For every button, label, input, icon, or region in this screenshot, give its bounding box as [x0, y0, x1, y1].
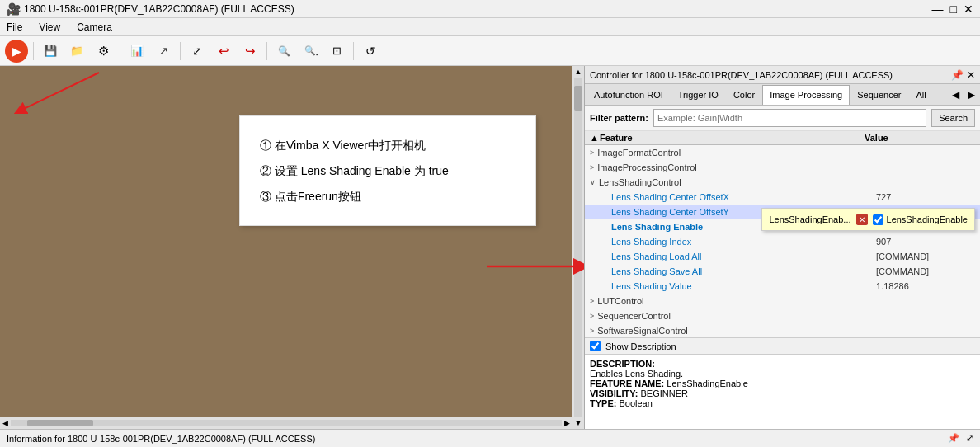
app-icon: 🎥 — [7, 2, 21, 16]
fullscreen-button[interactable]: ⤢ — [186, 40, 209, 63]
config-button[interactable]: ⚙ — [92, 40, 115, 63]
tab-sequencer[interactable]: Sequencer — [850, 85, 908, 105]
tooltip-popup: LensShadingEnab... ✕ LensShadingEnable — [761, 208, 975, 231]
tree-chevron-icon[interactable]: > — [590, 163, 594, 172]
toolbar-separator-3 — [180, 42, 181, 60]
status-bar: Information for 1800 U-158c-001PR(DEV_1A… — [0, 429, 980, 447]
annotation-box: ① 在Vimba X Viewer中打开相机 ② 设置 Lens Shading… — [239, 115, 536, 226]
header-value: Value — [865, 133, 964, 143]
expand-all-icon[interactable]: ▲ — [590, 133, 600, 143]
filter-row: Filter pattern: Search — [585, 106, 980, 131]
desc-feature-name: FEATURE NAME: LensShadingEnable — [590, 379, 975, 388]
tree-chevron-icon[interactable]: > — [590, 297, 594, 305]
tree-item-label: LUTControl — [597, 296, 876, 306]
scroll-placeholder — [964, 133, 975, 143]
header-feature: Feature — [600, 133, 865, 143]
export-button[interactable]: ↗ — [152, 40, 175, 63]
right-panel: Controller for 1800 U-158c-001PR(DEV_1AB… — [584, 66, 980, 429]
tree-chevron-icon[interactable]: > — [590, 312, 594, 320]
zoom-in-button[interactable]: 🔍 — [272, 40, 295, 63]
tree-item-value: 1.18286 — [876, 281, 975, 291]
tree-item-label: Lens Shading Index — [611, 237, 876, 247]
scroll-track-h[interactable] — [11, 420, 562, 426]
tab-nav-left[interactable]: ◀ — [949, 89, 963, 101]
chart-button[interactable]: 📊 — [125, 40, 148, 63]
tree-item-label: SoftwareSignalControl — [597, 326, 876, 336]
tree-item[interactable]: >LUTControl — [585, 294, 980, 308]
scroll-thumb-v[interactable] — [574, 86, 582, 111]
maximize-btn[interactable]: □ — [950, 2, 957, 16]
status-pin-icon[interactable]: 📌 — [948, 433, 959, 444]
feature-table[interactable]: >ImageFormatControl>ImageProcessingContr… — [585, 145, 980, 337]
panel-controls: 📌 ✕ — [951, 69, 975, 81]
tree-chevron-icon[interactable]: ∨ — [590, 178, 596, 186]
tree-item-label: Lens Shading Center OffsetX — [611, 192, 876, 202]
tab-all[interactable]: All — [908, 85, 933, 105]
tree-item[interactable]: >ImageProcessingControl — [585, 160, 980, 175]
scroll-right-btn[interactable]: ▶ — [562, 419, 572, 427]
refresh-button[interactable]: ↺ — [359, 40, 382, 63]
tree-item-label: ImageProcessingControl — [597, 162, 876, 172]
tab-color[interactable]: Color — [726, 85, 762, 105]
tab-autofunction-roi[interactable]: Autofunction ROI — [587, 85, 671, 105]
lens-shading-checkbox[interactable] — [873, 214, 883, 225]
tree-item[interactable]: Lens Shading Index907 — [585, 234, 980, 249]
arrow-1-svg — [0, 66, 132, 132]
play-button[interactable]: ▶ — [5, 40, 28, 63]
panel-title-bar: Controller for 1800 U-158c-001PR(DEV_1AB… — [585, 66, 980, 84]
tab-nav-right[interactable]: ▶ — [964, 89, 978, 101]
search-button[interactable]: Search — [931, 109, 975, 127]
tree-item[interactable]: Lens Shading Save All[COMMAND] — [585, 264, 980, 279]
tree-chevron-icon[interactable]: > — [590, 148, 594, 157]
close-btn[interactable]: ✕ — [964, 2, 973, 16]
tree-item[interactable]: ∨LensShadingControl — [585, 175, 980, 190]
tree-item[interactable]: Lens Shading Load All[COMMAND] — [585, 249, 980, 264]
tooltip-close-btn[interactable]: ✕ — [856, 214, 868, 225]
show-desc-checkbox[interactable] — [590, 341, 601, 351]
scroll-up-btn[interactable]: ▲ — [573, 66, 584, 78]
tree-chevron-icon[interactable]: > — [590, 327, 594, 335]
tree-item[interactable]: >ImageFormatControl — [585, 145, 980, 160]
menu-bar: File View Camera — [0, 18, 980, 36]
status-bar-controls: 📌 ⤢ — [948, 433, 973, 444]
zoom-out-button[interactable]: 🔍- — [299, 40, 322, 63]
arrow-2-svg — [487, 246, 584, 287]
table-header: ▲ Feature Value — [585, 131, 980, 145]
status-expand-icon[interactable]: ⤢ — [966, 433, 973, 444]
scroll-down-btn[interactable]: ▼ — [573, 417, 584, 429]
tab-image-processing[interactable]: Image Processing — [762, 85, 850, 105]
desc-visibility: VISIBILITY: BEGINNER — [590, 388, 975, 398]
desc-text: Enables Lens Shading. — [590, 369, 975, 379]
scroll-left-btn[interactable]: ◀ — [0, 419, 11, 427]
toolbar-separator-5 — [353, 42, 354, 60]
tree-item[interactable]: Lens Shading Value1.18286 — [585, 279, 980, 294]
menu-camera[interactable]: Camera — [73, 20, 115, 35]
redo-button[interactable]: ↪ — [238, 40, 261, 63]
menu-file[interactable]: File — [3, 20, 26, 35]
panel-tabs: Autofunction ROI Trigger IO Color Image … — [585, 84, 980, 106]
filter-input[interactable] — [653, 109, 926, 127]
zoom-fit-button[interactable]: ⊡ — [325, 40, 348, 63]
toolbar-separator-1 — [33, 42, 34, 60]
step2-text: ② 设置 Lens Shading Enable 为 true — [260, 158, 516, 184]
panel-pin-btn[interactable]: 📌 — [951, 69, 964, 81]
undo-button[interactable]: ↩ — [212, 40, 235, 63]
save-button[interactable]: 💾 — [39, 40, 62, 63]
menu-view[interactable]: View — [35, 20, 64, 35]
panel-close-btn[interactable]: ✕ — [967, 69, 975, 81]
tree-item-label: LensShadingControl — [599, 177, 876, 187]
scroll-thumb-h[interactable] — [27, 420, 93, 426]
tree-item[interactable]: Lens Shading Center OffsetX727 — [585, 190, 980, 205]
canvas-scrollbar-h[interactable]: ◀ ▶ — [0, 417, 572, 429]
load-button[interactable]: 📁 — [65, 40, 88, 63]
status-text: Information for 1800 U-158c-001PR(DEV_1A… — [7, 434, 315, 444]
minimize-btn[interactable]: — — [932, 2, 944, 16]
tree-item-value: 727 — [876, 192, 975, 202]
tree-item[interactable]: >SoftwareSignalControl — [585, 323, 980, 337]
tree-item-label: ImageFormatControl — [597, 148, 876, 158]
tree-item-value: 907 — [876, 237, 975, 247]
tree-item[interactable]: >SequencerControl — [585, 308, 980, 323]
desc-heading: DESCRIPTION: — [590, 359, 975, 369]
tab-trigger-io[interactable]: Trigger IO — [671, 85, 726, 105]
tree-item-label: SequencerControl — [597, 311, 876, 321]
